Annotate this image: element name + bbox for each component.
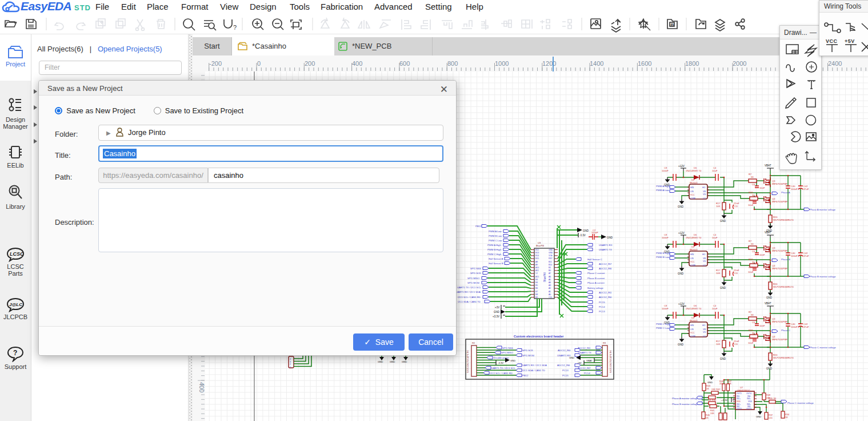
- svg-text:PWM B Low: PWM B Low: [656, 256, 670, 259]
- svg-text:1000: 1000: [495, 60, 509, 67]
- svg-text:A6: A6: [549, 276, 551, 278]
- svg-text:OUT2: OUT2: [737, 408, 742, 410]
- svg-text:SPI1 MOSI: SPI1 MOSI: [467, 281, 479, 284]
- svg-text:1800: 1800: [685, 60, 699, 67]
- svg-text:ADC12_IN7: ADC12_IN7: [599, 263, 612, 265]
- svg-text:OUT1: OUT1: [737, 392, 742, 395]
- svg-text:A2: A2: [549, 287, 551, 289]
- svg-text:UART1 RX / I2C1 SDA: UART1 RX / I2C1 SDA: [522, 364, 547, 367]
- svg-text:3.3b: 3.3b: [549, 255, 553, 257]
- svg-text:2: 2: [290, 363, 291, 366]
- svg-text:VSS: VSS: [748, 400, 752, 403]
- svg-text:PWM C High: PWM C High: [487, 253, 502, 256]
- svg-text:A15: A15: [535, 276, 539, 278]
- svg-text:ADC12_IN6: ADC12_IN6: [599, 267, 612, 270]
- svg-text:1600: 1600: [638, 60, 651, 67]
- svg-text:SPI1 MOSI: SPI1 MOSI: [522, 354, 534, 357]
- svg-text:A8: A8: [535, 261, 538, 263]
- svg-text:600: 600: [399, 60, 410, 67]
- svg-text:B13: B13: [535, 252, 539, 254]
- svg-text:+3V: +3V: [495, 306, 499, 309]
- svg-text:B: B: [671, 22, 674, 27]
- svg-text:Phase B: Phase B: [781, 258, 790, 261]
- svg-text:PC13: PC13: [562, 369, 569, 372]
- svg-text:A9: A9: [535, 264, 538, 266]
- svg-text:PC14: PC14: [599, 305, 605, 308]
- svg-text:B6: B6: [535, 287, 538, 289]
- svg-text:ADC12_IN0: ADC12_IN0: [558, 349, 571, 352]
- svg-text:SPI1 SCK: SPI1 SCK: [522, 349, 533, 352]
- svg-text:PWM C High: PWM C High: [656, 323, 670, 325]
- svg-text:PWM A Low: PWM A Low: [489, 230, 502, 233]
- svg-text:B5: B5: [535, 284, 538, 287]
- svg-text:+3.3V: +3.3V: [493, 315, 499, 318]
- svg-text:UART1 TX / I2C1 SCL: UART1 TX / I2C1 SCL: [457, 286, 481, 289]
- svg-text:B12: B12: [535, 249, 539, 251]
- svg-text:SULT-DC02.T2C12P1.TH: SULT-DC02.T2C12P1.TH: [610, 351, 612, 373]
- svg-text:100nF: 100nF: [591, 231, 598, 234]
- svg-text:B11: B11: [549, 261, 552, 263]
- svg-text:GND: GND: [402, 360, 407, 363]
- svg-text:OUT4: OUT4: [746, 392, 751, 395]
- svg-text:PWM C Low: PWM C Low: [656, 327, 670, 329]
- svg-text:200: 200: [305, 60, 315, 67]
- svg-text:PWM A High: PWM A High: [656, 185, 670, 188]
- svg-text:GND: GND: [569, 356, 574, 359]
- svg-text:24K R42: 24K R42: [711, 388, 721, 391]
- svg-text:Phase C current: Phase C current: [587, 272, 605, 275]
- svg-text:ADC12_IN6: ADC12_IN6: [557, 364, 570, 367]
- svg-text:GND: GND: [494, 311, 500, 313]
- svg-text:2000: 2000: [733, 60, 746, 67]
- svg-text:1K: 1K: [706, 387, 709, 390]
- svg-text:GND: GND: [390, 360, 395, 363]
- svg-text:BluePill: BluePill: [536, 244, 544, 247]
- svg-text:Battery voltage: Battery voltage: [587, 287, 604, 289]
- svg-text:GND: GND: [549, 249, 553, 251]
- svg-text:H3: H3: [603, 341, 606, 344]
- svg-text:?: ?: [13, 349, 17, 357]
- svg-text:GND: GND: [549, 252, 553, 254]
- svg-text:I2C1 SCL / CAN1 RD: I2C1 SCL / CAN1 RD: [458, 296, 481, 299]
- svg-text:Phase B monitor voltage: Phase B monitor voltage: [810, 275, 836, 278]
- svg-text:B3: B3: [535, 279, 538, 281]
- svg-text:SPI1 MISO: SPI1 MISO: [501, 351, 514, 354]
- svg-text:GND: GND: [607, 236, 613, 239]
- svg-text:Phase C monitor voltage: Phase C monitor voltage: [787, 402, 814, 404]
- svg-text:PWM B High: PWM B High: [487, 248, 502, 251]
- svg-text:0: 0: [257, 60, 261, 67]
- svg-text:1K R39: 1K R39: [709, 399, 717, 402]
- svg-text:B9: B9: [535, 296, 538, 299]
- svg-text:USART1 RX: USART1 RX: [599, 244, 613, 247]
- svg-text:C15: C15: [549, 296, 552, 299]
- svg-text:800: 800: [447, 60, 458, 67]
- svg-text:VBAT: VBAT: [586, 359, 593, 362]
- svg-text:1K: 1K: [706, 416, 709, 419]
- svg-text:120: 120: [769, 416, 773, 419]
- svg-text:A3: A3: [549, 284, 551, 287]
- svg-text:B10: B10: [549, 264, 552, 266]
- svg-text:UART1 TX / I2C1 SCL: UART1 TX / I2C1 SCL: [491, 367, 515, 370]
- svg-text:PWM B Low: PWM B Low: [489, 235, 502, 237]
- svg-text:Phase A monitor voltage: Phase A monitor voltage: [810, 208, 836, 211]
- svg-text:IN1+: IN1+: [737, 398, 741, 400]
- svg-text:BluePill: BluePill: [543, 272, 546, 282]
- svg-text:Phase A current: Phase A current: [587, 281, 605, 284]
- svg-text:B15: B15: [535, 257, 539, 260]
- svg-text:SPI1 SCK: SPI1 SCK: [470, 272, 481, 275]
- svg-text:B7: B7: [535, 291, 538, 293]
- svg-text:B4: B4: [535, 281, 538, 284]
- svg-text:OUT3: OUT3: [746, 408, 751, 410]
- svg-text:+3.3V: +3.3V: [721, 399, 727, 402]
- svg-text:UART1 RX / I2C1 SDA: UART1 RX / I2C1 SDA: [456, 291, 481, 293]
- svg-text:Phase B current: Phase B current: [587, 277, 605, 280]
- svg-text:A10: A10: [535, 267, 539, 269]
- svg-text:PC15: PC15: [562, 374, 569, 377]
- svg-text:Hall Sensor B: Hall Sensor B: [489, 262, 503, 265]
- svg-text:VCC: VCC: [826, 38, 838, 44]
- svg-text:-3.3V: -3.3V: [579, 234, 586, 237]
- svg-text:PB12: PB12: [522, 374, 529, 377]
- svg-text:A1: A1: [549, 291, 551, 293]
- svg-text:1400: 1400: [590, 60, 603, 67]
- svg-text:20K: 20K: [719, 382, 723, 385]
- svg-text:Phase A monitor voltage: Phase A monitor voltage: [672, 397, 698, 400]
